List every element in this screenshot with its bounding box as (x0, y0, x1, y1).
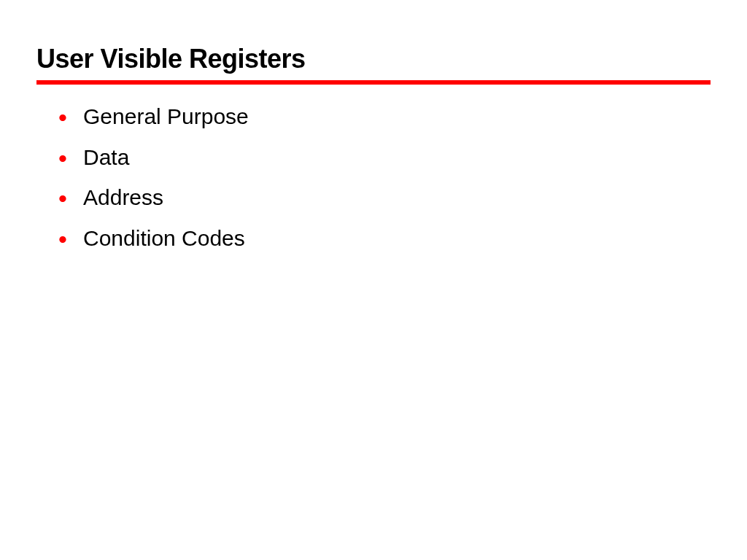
title-divider (36, 80, 711, 85)
list-item: Condition Codes (58, 218, 711, 259)
list-item: General Purpose (58, 96, 711, 137)
bullet-list: General Purpose Data Address Condition C… (36, 96, 711, 258)
list-item: Address (58, 177, 711, 218)
slide-title: User Visible Registers (36, 44, 711, 74)
list-item: Data (58, 137, 711, 178)
